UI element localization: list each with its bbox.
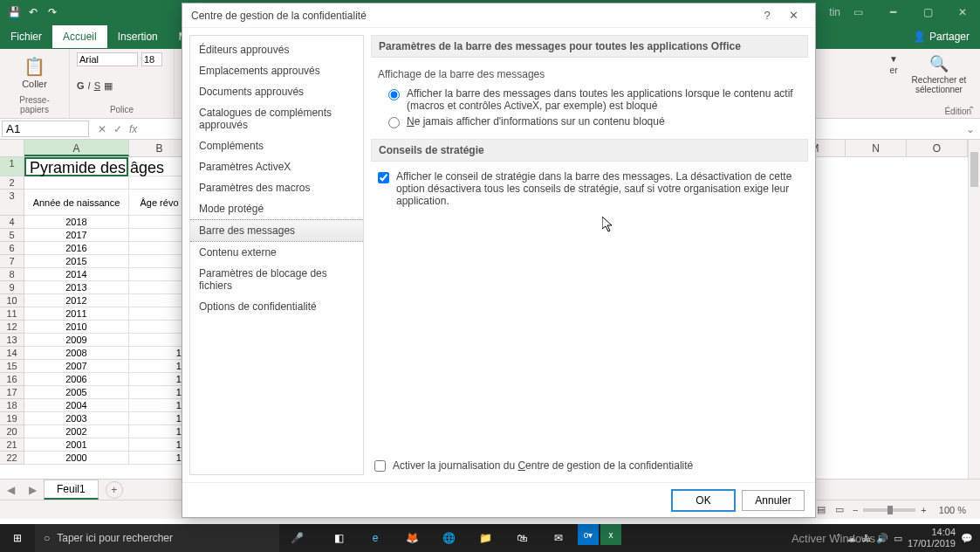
cell[interactable]: 2002 [24,425,129,438]
sidebar-item[interactable]: Mode protégé [190,198,363,219]
cell[interactable]: 2011 [24,307,129,321]
col-header[interactable]: O [907,140,968,156]
row-header[interactable]: 6 [0,242,24,255]
row-header[interactable]: 22 [0,452,24,465]
minimize-icon[interactable]: ━ [875,0,910,24]
save-icon[interactable]: 💾 [7,5,21,19]
sidebar-item[interactable]: Emplacements approuvés [190,60,363,81]
cell[interactable]: 2000 [24,452,129,465]
tray-up-icon[interactable]: ˄ [836,533,841,544]
tray-network-icon[interactable]: 🖧 [861,533,871,543]
ok-button[interactable]: OK [672,490,735,511]
close-icon[interactable]: ✕ [945,0,980,24]
check-policy-tips[interactable]: Afficher le conseil de stratégie dans la… [371,169,808,209]
cell[interactable]: Année de naissance [24,190,129,216]
cancel-button[interactable]: Annuler [742,490,805,511]
cell[interactable]: 2015 [24,255,129,268]
sidebar-item[interactable]: Compléments [190,135,363,156]
row-header[interactable]: 15 [0,360,24,373]
sheet-tab[interactable]: Feuil1 [44,480,99,500]
row-header[interactable]: 8 [0,268,24,281]
check-logging[interactable]: Activer la journalisation du Centre de g… [371,452,808,475]
row-header[interactable]: 21 [0,438,24,452]
row-header[interactable]: 4 [0,216,24,229]
tray-onedrive-icon[interactable]: ☁ [846,533,856,544]
sidebar-item[interactable]: Paramètres de blocage des fichiers [190,263,363,296]
row-header[interactable]: 16 [0,373,24,386]
row-header[interactable]: 17 [0,386,24,399]
sheet-nav-prev[interactable]: ◀ [0,484,22,496]
tray-volume-icon[interactable]: 🔊 [876,533,888,544]
row-header[interactable]: 14 [0,347,24,360]
cell[interactable]: 2014 [24,268,129,281]
sidebar-item[interactable]: Paramètres des macros [190,177,363,198]
col-header[interactable]: A [24,140,129,156]
cell[interactable]: 2018 [24,216,129,229]
font-size-input[interactable] [141,52,162,66]
add-sheet-button[interactable]: + [106,481,123,499]
tab-insertion[interactable]: Insertion [107,25,168,48]
radio-show-bar[interactable]: Afficher la barre des messages dans tout… [371,86,808,114]
cell[interactable]: 2010 [24,321,129,334]
cell[interactable]: 2001 [24,438,129,452]
sidebar-item[interactable]: Éditeurs approuvés [190,39,363,60]
bold-button[interactable]: G [77,80,85,91]
find-select-button[interactable]: 🔍 Rechercher et sélectionner [908,54,970,113]
sidebar-item[interactable]: Options de confidentialité [190,296,363,317]
cancel-formula-icon[interactable]: ✕ [98,123,106,135]
cell[interactable]: 2004 [24,399,129,412]
task-view-icon[interactable]: ◧ [321,524,356,552]
sidebar-item[interactable]: Paramètres ActiveX [190,156,363,177]
sidebar-item[interactable]: Catalogues de compléments approuvés [190,102,363,135]
chrome-icon[interactable]: 🌐 [431,524,466,552]
row-header[interactable]: 19 [0,412,24,425]
fx-icon[interactable]: fx [129,123,137,135]
vertical-scrollbar[interactable] [968,140,980,479]
row-header[interactable]: 12 [0,321,24,334]
cell-a1-title[interactable]: Pyramide des âges [24,157,128,176]
zoom-out-button[interactable]: − [847,505,863,515]
view-pagebreak-icon[interactable]: ▭ [832,504,847,514]
radio-show-bar-input[interactable] [388,89,400,100]
row-header[interactable]: 2 [0,176,24,190]
cell[interactable]: 2007 [24,360,129,373]
start-button[interactable]: ⊞ [0,532,35,544]
cell[interactable]: 2005 [24,386,129,399]
excel-icon[interactable]: x [600,524,621,545]
zoom-slider[interactable] [863,508,915,512]
mic-icon[interactable]: 🎤 [279,532,314,544]
share-button[interactable]: 👤 Partager [902,25,980,48]
sidebar-item[interactable]: Contenu externe [190,242,363,263]
sidebar-item[interactable]: Documents approuvés [190,81,363,102]
zoom-in-button[interactable]: + [915,505,931,515]
row-header[interactable]: 13 [0,334,24,347]
border-button[interactable]: ▦ [104,80,113,92]
select-all-corner[interactable] [0,140,24,156]
help-button[interactable]: ? [754,9,780,22]
check-logging-input[interactable] [374,460,386,472]
mail-icon[interactable]: ✉ [541,524,576,552]
enter-formula-icon[interactable]: ✓ [113,123,122,135]
tray-lang-icon[interactable]: ▭ [894,533,902,544]
file-explorer-icon[interactable]: 📁 [468,524,503,552]
cell[interactable]: 2012 [24,294,129,307]
radio-never-show-input[interactable] [388,117,400,128]
firefox-icon[interactable]: 🦊 [394,524,429,552]
outlook-icon[interactable]: o▾ [578,524,599,545]
expand-formula-icon[interactable]: ⌄ [961,123,980,135]
cell[interactable]: 2013 [24,281,129,294]
row-header[interactable]: 20 [0,425,24,438]
undo-icon[interactable]: ↶ [26,5,40,19]
tab-accueil[interactable]: Accueil [52,25,107,48]
store-icon[interactable]: 🛍 [504,524,539,552]
row-header[interactable]: 10 [0,294,24,307]
maximize-icon[interactable]: ▢ [910,0,945,24]
tray-clock[interactable]: 14:04 17/01/2019 [908,527,956,549]
row-header[interactable]: 1 [0,157,24,176]
edge-icon[interactable]: e [358,524,393,552]
cell[interactable]: 2008 [24,347,129,360]
row-header[interactable]: 3 [0,190,24,216]
row-header[interactable]: 9 [0,281,24,294]
font-name-input[interactable] [77,52,138,66]
row-header[interactable]: 18 [0,399,24,412]
